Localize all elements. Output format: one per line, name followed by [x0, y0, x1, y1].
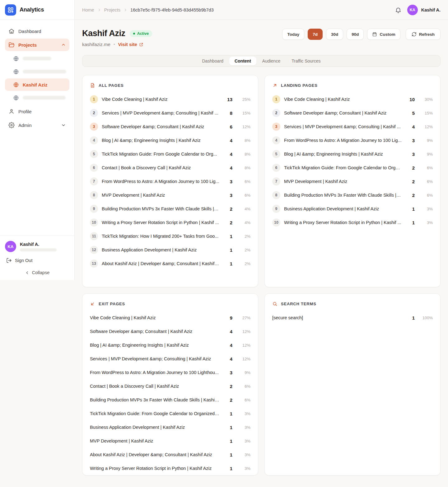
list-item[interactable]: TickTick Migration Guide: From Google Ca…: [90, 407, 250, 420]
list-item[interactable]: MVP Development | Kashif Aziz13%: [90, 434, 250, 448]
percent-value: 12%: [236, 329, 250, 334]
rank-badge: 2: [272, 109, 280, 117]
list-item[interactable]: Business Application Development | Kashi…: [90, 420, 250, 434]
content: Kashif Aziz Active kashifaziz.me • Visit…: [75, 20, 448, 475]
list-item[interactable]: 4Blog | AI &amp; Engineering Insights | …: [90, 133, 250, 147]
list-item[interactable]: Contact | Book a Discovery Call | Kashif…: [90, 379, 250, 393]
percent-value: 3%: [418, 207, 433, 211]
globe-icon: [13, 95, 19, 101]
tab-dashboard[interactable]: Dashboard: [197, 57, 229, 65]
external-link-icon: [139, 42, 143, 47]
count-value: 6: [223, 124, 232, 129]
count-value: 1: [223, 247, 232, 253]
list-item[interactable]: 10Writing a Proxy Server Rotation Script…: [272, 216, 433, 229]
range-button-today[interactable]: Today: [282, 29, 304, 40]
list-item[interactable]: Writing a Proxy Server Rotation Script i…: [90, 461, 250, 475]
custom-range-button[interactable]: Custom: [367, 29, 400, 40]
sidebar-item-label: Dashboard: [18, 29, 41, 34]
list-item[interactable]: 11TickTick Migration: How I Migrated 200…: [90, 229, 250, 243]
refresh-button[interactable]: Refresh: [406, 29, 441, 40]
count-value: 2: [223, 397, 232, 403]
list-item[interactable]: 9Business Application Development | Kash…: [272, 202, 433, 216]
list-item[interactable]: 6Contact | Book a Discovery Call | Kashi…: [90, 161, 250, 175]
list-item[interactable]: 5Blog | AI &amp; Engineering Insights | …: [272, 147, 433, 161]
list-item[interactable]: 13About Kashif Aziz | Developer &amp; Co…: [90, 257, 250, 270]
tab-audience[interactable]: Audience: [257, 57, 286, 65]
sidebar-project-item[interactable]: [5, 91, 69, 104]
percent-value: 6%: [418, 193, 433, 198]
rank-badge: 6: [90, 164, 98, 172]
tab-traffic-sources[interactable]: Traffic Sources: [286, 57, 326, 65]
percent-value: 8%: [236, 138, 250, 143]
percent-value: 3%: [236, 411, 250, 416]
percent-value: 27%: [236, 316, 250, 320]
list-item[interactable]: 3Services | MVP Development &amp; Consul…: [272, 120, 433, 133]
list-item[interactable]: 7From WordPress to Astro: A Migration Jo…: [90, 175, 250, 188]
percent-value: 9%: [236, 370, 250, 375]
sidebar-item-projects[interactable]: Projects: [5, 39, 69, 51]
sidebar-item-label: Projects: [18, 42, 37, 48]
sidebar-item-profile[interactable]: Profile: [5, 105, 69, 118]
count-value: 1: [223, 466, 232, 471]
list-item[interactable]: 10Writing a Proxy Server Rotation Script…: [90, 216, 250, 229]
range-button-90d[interactable]: 90d: [347, 29, 364, 40]
breadcrumb-item[interactable]: Projects: [104, 7, 120, 12]
topbar-right: KA Kashif A.: [394, 5, 441, 15]
sidebar-project-item[interactable]: [5, 52, 69, 65]
list-item[interactable]: 8MVP Development | Kashif Aziz36%: [90, 188, 250, 202]
list-item[interactable]: About Kashif Aziz | Developer &amp; Cons…: [90, 448, 250, 461]
count-value: 4: [223, 356, 232, 362]
analytics-logo-icon: [5, 4, 16, 16]
sidebar-item-admin[interactable]: Admin: [5, 119, 69, 131]
range-button-7d[interactable]: 7d: [308, 29, 323, 40]
count-value: 4: [405, 124, 415, 129]
page-title-text: Contact | Book a Discovery Call | Kashif…: [102, 165, 219, 170]
visit-site-link[interactable]: Visit site: [118, 42, 143, 47]
percent-value: 12%: [236, 124, 250, 129]
percent-value: 3%: [236, 452, 250, 457]
tab-content[interactable]: Content: [229, 57, 256, 65]
count-value: 2: [405, 193, 415, 198]
count-value: 4: [223, 329, 232, 334]
percent-value: 3%: [236, 466, 250, 471]
list-item[interactable]: 1Vibe Code Cleaning | Kashif Aziz1030%: [272, 92, 433, 106]
range-button-30d[interactable]: 30d: [326, 29, 343, 40]
redacted-project-name: [23, 96, 66, 100]
count-value: 9: [223, 315, 232, 321]
notifications-bell-icon[interactable]: [394, 6, 402, 14]
list-item[interactable]: Building Production MVPs 3x Faster With …: [90, 393, 250, 407]
list-item[interactable]: From WordPress to Astro: A Migration Jou…: [90, 366, 250, 379]
breadcrumb-item[interactable]: Home: [82, 7, 94, 12]
list-item[interactable]: Services | MVP Development &amp; Consult…: [90, 352, 250, 366]
list-item[interactable]: 8Building Production MVPs 3x Faster With…: [272, 188, 433, 202]
sidebar-project-item[interactable]: [5, 65, 69, 78]
topbar-user-menu[interactable]: KA Kashif A.: [407, 5, 441, 15]
list-item[interactable]: 3Software Developer &amp; Consultant | K…: [90, 120, 250, 133]
list-item[interactable]: 4From WordPress to Astro: A Migration Jo…: [272, 133, 433, 147]
list-item[interactable]: 6TickTick Migration Guide: From Google C…: [272, 161, 433, 175]
count-value: 1: [223, 261, 232, 266]
sign-out-button[interactable]: Sign Out: [5, 257, 69, 264]
percent-value: 8%: [236, 152, 250, 157]
page-title-text: From WordPress to Astro: A Migration Jou…: [102, 179, 219, 184]
page-title-text: Vibe Code Cleaning | Kashif Aziz: [102, 97, 219, 102]
rank-badge: 8: [90, 191, 98, 199]
page-title-text: Services | MVP Development &amp; Consult…: [284, 124, 402, 129]
list-item[interactable]: 2Software Developer &amp; Consultant | K…: [272, 106, 433, 120]
collapse-button[interactable]: Collapse: [5, 270, 69, 275]
page-title-text: [secure search]: [272, 315, 402, 320]
app-logo: Analytics: [0, 0, 74, 20]
sidebar-project-item[interactable]: Kashif Aziz: [5, 78, 69, 91]
list-item[interactable]: 5TickTick Migration Guide: From Google C…: [90, 147, 250, 161]
list-item[interactable]: 7MVP Development | Kashif Aziz26%: [272, 175, 433, 188]
list-item[interactable]: 2Services | MVP Development &amp; Consul…: [90, 106, 250, 120]
custom-range-label: Custom: [380, 32, 395, 37]
list-item[interactable]: 9Building Production MVPs 3x Faster With…: [90, 202, 250, 216]
list-item[interactable]: Blog | AI &amp; Engineering Insights | K…: [90, 338, 250, 352]
sidebar-item-dashboard[interactable]: Dashboard: [5, 25, 69, 37]
list-item[interactable]: 1Vibe Code Cleaning | Kashif Aziz1325%: [90, 92, 250, 106]
list-item[interactable]: 12Business Application Development | Kas…: [90, 243, 250, 257]
list-item[interactable]: Software Developer &amp; Consultant | Ka…: [90, 325, 250, 338]
list-item[interactable]: [secure search]1100%: [272, 311, 433, 325]
list-item[interactable]: Vibe Code Cleaning | Kashif Aziz927%: [90, 311, 250, 325]
